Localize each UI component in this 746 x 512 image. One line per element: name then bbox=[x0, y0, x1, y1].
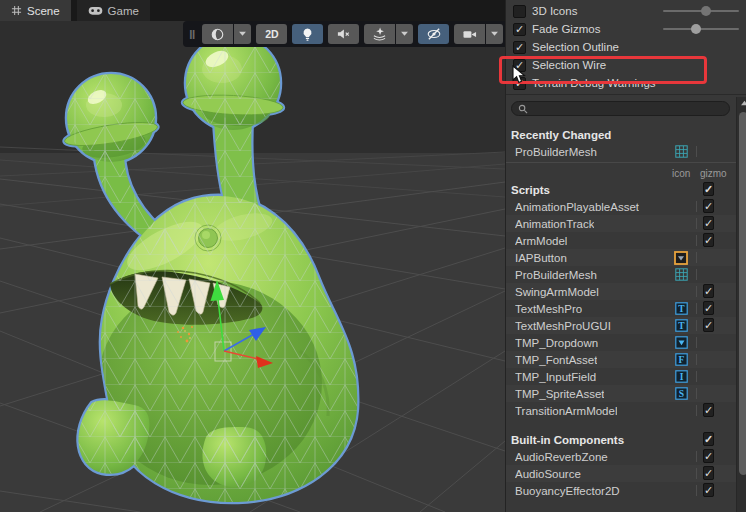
audiosource-gizmo-checkbox[interactable] bbox=[703, 466, 714, 480]
toolbar-group-effects-toggle bbox=[364, 24, 413, 44]
fade-gizmos-slider[interactable] bbox=[663, 28, 739, 30]
toolbar-group-shading-mode bbox=[202, 24, 251, 44]
fade-gizmos-label: Fade Gizmos bbox=[532, 23, 600, 35]
gizmo-list-row-buoyancyeffector2d[interactable]: BuoyancyEffector2D bbox=[506, 482, 736, 499]
tmp-s-icon: S bbox=[674, 387, 688, 401]
gizmo-list-row-iapbutton[interactable]: IAPButton bbox=[506, 249, 736, 266]
column-separator bbox=[696, 451, 697, 462]
gizmos-list: Recently ChangedProBuilderMeshicongizmoS… bbox=[506, 126, 736, 499]
tab-scene[interactable]: Scene bbox=[0, 0, 71, 21]
gizmo-list-row-tmp-spriteasset[interactable]: TMP_SpriteAssetS bbox=[506, 385, 736, 402]
gizmo-list-row-probuildermesh[interactable]: ProBuilderMesh bbox=[506, 143, 736, 160]
gizmo-list-row-armmodel[interactable]: ArmModel bbox=[506, 232, 736, 249]
section-header-built-in-components-label: Built-in Components bbox=[511, 434, 624, 446]
column-headers: icongizmo bbox=[506, 166, 736, 181]
scroll-up-icon[interactable] bbox=[740, 100, 746, 106]
svg-text:I: I bbox=[679, 372, 683, 382]
tmp-i-icon: I bbox=[674, 370, 688, 384]
scene-toolbar: ‖ 2D bbox=[183, 21, 505, 47]
lighting-toggle-button[interactable] bbox=[292, 24, 323, 44]
armmodel-gizmo-checkbox[interactable] bbox=[703, 233, 714, 247]
recently-changed-header-label: Recently Changed bbox=[511, 129, 611, 141]
selection-wire-label: Selection Wire bbox=[532, 59, 606, 71]
hidden-objects-toggle-button[interactable] bbox=[418, 24, 449, 44]
section-header-built-in-components: Built-in Components bbox=[506, 431, 736, 448]
camera-menu-dropdown-caret[interactable] bbox=[486, 24, 503, 44]
textmeshpro-gizmo-checkbox[interactable] bbox=[703, 301, 714, 315]
column-separator bbox=[696, 320, 697, 331]
gamepad-icon bbox=[88, 6, 103, 16]
column-separator bbox=[696, 146, 697, 157]
panel-scrollbar[interactable] bbox=[736, 97, 746, 512]
3d-icons-checkbox[interactable] bbox=[513, 5, 526, 18]
selection-wire-checkbox[interactable] bbox=[513, 59, 526, 72]
row-label: BuoyancyEffector2D bbox=[515, 485, 620, 497]
gizmo-list-row-transitionarmmodel[interactable]: TransitionArmModel bbox=[506, 402, 736, 419]
gizmos-panel: 3D IconsFade GizmosSelection OutlineSele… bbox=[505, 0, 746, 512]
transitionarmmodel-gizmo-checkbox[interactable] bbox=[703, 403, 714, 417]
chevron-down-icon bbox=[400, 31, 409, 37]
row-gizmo-slot bbox=[703, 302, 714, 314]
gizmo-list-row-animationplayableasset[interactable]: AnimationPlayableAsset bbox=[506, 198, 736, 215]
row-label: AudioReverbZone bbox=[515, 451, 608, 463]
shading-mode-dropdown-caret[interactable] bbox=[234, 24, 251, 44]
probuilder-grid-icon bbox=[674, 145, 688, 159]
toolbar-group-hidden-objects-toggle bbox=[418, 24, 449, 44]
3d-icons-slider-thumb[interactable] bbox=[701, 6, 711, 16]
gizmo-list-row-textmeshprougui[interactable]: TextMeshProUGUIT bbox=[506, 317, 736, 334]
scene-viewport[interactable]: ‖ 2D bbox=[0, 21, 505, 512]
tab-game[interactable]: Game bbox=[77, 0, 150, 21]
gizmo-list-row-audiosource[interactable]: AudioSource bbox=[506, 465, 736, 482]
row-gizmo-slot bbox=[703, 404, 714, 416]
tab-game-label: Game bbox=[108, 5, 139, 17]
row-gizmo-slot bbox=[703, 217, 714, 229]
column-separator bbox=[696, 201, 697, 212]
tab-scene-label: Scene bbox=[27, 5, 60, 17]
gizmo-list-row-swingarmmodel[interactable]: SwingArmModel bbox=[506, 283, 736, 300]
terrain-debug-warnings-label: Terrain Debug Warnings bbox=[532, 77, 656, 89]
chevron-down-icon bbox=[238, 31, 247, 37]
section-header-built-in-components-gizmo-checkbox[interactable] bbox=[703, 432, 714, 446]
2d-toggle-button[interactable]: 2D bbox=[256, 24, 287, 44]
section-header-scripts-gizmo-checkbox[interactable] bbox=[703, 182, 714, 196]
camera-menu-button[interactable] bbox=[454, 24, 485, 44]
unity-editor-window: Scene Game bbox=[0, 0, 746, 512]
gizmo-list-row-textmeshpro[interactable]: TextMeshProT bbox=[506, 300, 736, 317]
section-header-scripts: Scripts bbox=[506, 181, 736, 198]
animationtrack-gizmo-checkbox[interactable] bbox=[703, 216, 714, 230]
toggle-row-fade-gizmos: Fade Gizmos bbox=[506, 20, 746, 38]
scrollbar-thumb[interactable] bbox=[739, 112, 746, 475]
gizmo-list-row-audioreverbzone[interactable]: AudioReverbZone bbox=[506, 448, 736, 465]
gizmo-list-row-probuildermesh[interactable]: ProBuilderMesh bbox=[506, 266, 736, 283]
search-icon bbox=[518, 104, 528, 114]
recently-changed-header: Recently Changed bbox=[506, 126, 736, 143]
gizmo-list-row-tmp-inputfield[interactable]: TMP_InputFieldI bbox=[506, 368, 736, 385]
svg-text:T: T bbox=[678, 304, 685, 314]
svg-text:T: T bbox=[678, 321, 685, 331]
fade-gizmos-slider-thumb[interactable] bbox=[691, 24, 701, 34]
row-label: ArmModel bbox=[515, 235, 567, 247]
swingarmmodel-gizmo-checkbox[interactable] bbox=[703, 284, 714, 298]
section-header-scripts-gizmo-slot bbox=[703, 183, 714, 195]
gizmo-list-row-tmp-dropdown[interactable]: TMP_Dropdown bbox=[506, 334, 736, 351]
bulb-icon bbox=[301, 27, 314, 42]
gizmo-list-row-tmp-fontasset[interactable]: TMP_FontAssetF bbox=[506, 351, 736, 368]
buoyancyeffector2d-gizmo-checkbox[interactable] bbox=[703, 483, 714, 497]
animationplayableasset-gizmo-checkbox[interactable] bbox=[703, 199, 714, 213]
effects-toggle-dropdown-caret[interactable] bbox=[396, 24, 413, 44]
audioreverbzone-gizmo-checkbox[interactable] bbox=[703, 449, 714, 463]
shading-mode-button[interactable] bbox=[202, 24, 233, 44]
textmeshprougui-gizmo-checkbox[interactable] bbox=[703, 318, 714, 332]
terrain-debug-warnings-checkbox[interactable] bbox=[513, 77, 526, 90]
fade-gizmos-checkbox[interactable] bbox=[513, 23, 526, 36]
effects-toggle-button[interactable] bbox=[364, 24, 395, 44]
toggle-row-selection-outline: Selection Outline bbox=[506, 38, 746, 56]
row-gizmo-slot bbox=[703, 285, 714, 297]
column-separator bbox=[696, 485, 697, 496]
gizmo-list-row-animationtrack[interactable]: AnimationTrack bbox=[506, 215, 736, 232]
selection-outline-checkbox[interactable] bbox=[513, 41, 526, 54]
3d-icons-slider[interactable] bbox=[663, 10, 739, 12]
audio-toggle-button[interactable] bbox=[328, 24, 359, 44]
toolbar-drag-handle[interactable]: ‖ bbox=[189, 27, 196, 42]
gizmos-search-field[interactable] bbox=[511, 101, 730, 116]
